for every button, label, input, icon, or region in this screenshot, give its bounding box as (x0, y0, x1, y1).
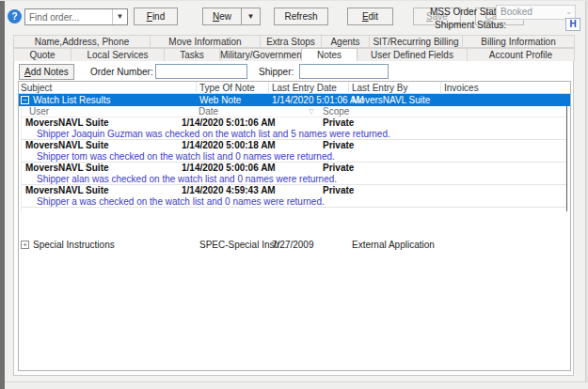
find-order-combobox[interactable]: ▼ (24, 8, 128, 25)
tab-sit-recurring-billing[interactable]: SIT/Recurring Billing (369, 35, 463, 48)
shipment-status-label: Shipment Status: (435, 20, 506, 30)
subcol-header-scope[interactable]: Scope (323, 106, 349, 117)
mss-order-status-select[interactable]: Booked ⌄ (496, 5, 576, 20)
new-dropdown-icon[interactable]: ▼ (242, 8, 261, 25)
entry-user: MoversNAVL Suite (25, 185, 109, 196)
chevron-down-icon: ⌄ (565, 6, 572, 19)
note-last-entry-date: 7/27/2009 (272, 239, 314, 251)
tab-user-defined-fields[interactable]: User Defined Fields (357, 48, 468, 61)
sort-descending-icon[interactable]: ▽ (309, 106, 313, 117)
collapse-icon[interactable]: − (21, 96, 29, 104)
note-entry-row[interactable]: MoversNAVL Suite 1/14/2020 4:59:43 AM Pr… (22, 185, 566, 196)
subcol-header-date[interactable]: Date (199, 106, 218, 117)
entry-user: MoversNAVL Suite (25, 140, 109, 151)
find-order-input[interactable] (27, 10, 112, 23)
entry-scope: Private (323, 163, 354, 174)
tab-extra-stops[interactable]: Extra Stops (260, 35, 322, 48)
edit-button[interactable]: Edit (347, 8, 393, 25)
subgrid-header-row: User Date ▽ Scope (22, 106, 566, 117)
entry-user: MoversNAVL Suite (25, 117, 109, 129)
combo-dropdown-icon[interactable]: ▼ (112, 9, 127, 24)
entry-date: 1/14/2020 5:01:06 AM (182, 117, 276, 129)
note-type: Web Note (199, 94, 241, 106)
entry-user: MoversNAVL Suite (25, 163, 109, 174)
note-entry-row[interactable]: MoversNAVL Suite 1/14/2020 5:01:06 AM Pr… (22, 117, 566, 129)
tab-strip: Name,Address, Phone Move Information Ext… (13, 35, 574, 61)
col-header-last-entry-date[interactable]: Last Entry Date (272, 82, 337, 94)
note-row-watch-list-results[interactable]: −Watch List Results Web Note 1/14/2020 5… (19, 94, 570, 106)
note-entry-text: Shipper Joaquin Guzman was checked on th… (22, 129, 566, 140)
note-last-entry-by: MoversNAVL Suite (352, 94, 430, 106)
note-subject: Watch List Results (33, 95, 110, 105)
window-bottom-edge (5, 381, 588, 389)
tab-row-1: Name,Address, Phone Move Information Ext… (13, 35, 574, 48)
application-window: ? ▼ Find New ▼ Refresh Edit Save Cancel … (0, 0, 588, 389)
col-header-last-entry-by[interactable]: Last Entry By (352, 82, 407, 94)
tab-account-profile[interactable]: Account Profile (467, 48, 575, 61)
find-button[interactable]: Find (134, 8, 178, 25)
note-last-entry-by: External Application (352, 239, 435, 251)
shipper-input[interactable] (299, 64, 389, 79)
entry-scope: Private (323, 117, 354, 129)
expand-icon[interactable]: + (21, 241, 29, 249)
order-number-input[interactable] (155, 64, 247, 79)
entry-date: 1/14/2020 5:00:18 AM (182, 140, 276, 151)
grid-empty-space (19, 211, 570, 239)
note-entry-text: Shipper alan was checked on the watch li… (22, 174, 566, 185)
tab-billing-information[interactable]: Billing Information (462, 35, 575, 48)
note-entry-row[interactable]: MoversNAVL Suite 1/14/2020 5:00:06 AM Pr… (22, 163, 566, 174)
history-button[interactable]: H (565, 18, 580, 31)
new-button[interactable]: New (202, 8, 242, 25)
col-header-type-of-note[interactable]: Type Of Note (199, 82, 255, 94)
note-subject: Special Instructions (33, 240, 115, 250)
tab-name-address-phone[interactable]: Name,Address, Phone (13, 35, 151, 48)
entry-date: 1/14/2020 5:00:06 AM (182, 163, 276, 174)
note-entry-row[interactable]: MoversNAVL Suite 1/14/2020 5:00:18 AM Pr… (22, 140, 566, 151)
tab-local-services[interactable]: Local Services (71, 48, 165, 61)
entry-scope: Private (323, 140, 354, 151)
tab-quote[interactable]: Quote (13, 48, 72, 61)
tab-row-2: Quote Local Services Tasks Military/Gove… (13, 48, 574, 61)
note-entry-text: Shipper tom was checked on the watch lis… (22, 151, 566, 163)
note-last-entry-date: 1/14/2020 5:01:06 AM (272, 94, 364, 106)
subcol-header-user[interactable]: User (29, 106, 49, 117)
grid-header-row: Subject Type Of Note Last Entry Date Las… (19, 82, 570, 94)
refresh-button[interactable]: Refresh (274, 8, 328, 25)
col-header-invoices[interactable]: Invoices (444, 82, 479, 94)
entry-date: 1/14/2020 4:59:43 AM (182, 185, 276, 196)
mss-order-status-value: Booked (501, 7, 532, 17)
col-header-subject[interactable]: Subject (21, 82, 52, 94)
tab-tasks[interactable]: Tasks (164, 48, 220, 61)
notes-grid: Subject Type Of Note Last Entry Date Las… (18, 81, 571, 371)
tab-notes[interactable]: Notes (301, 48, 358, 61)
note-row-special-instructions[interactable]: +Special Instructions SPEC-Special Instr… (19, 239, 570, 251)
help-icon[interactable]: ? (8, 9, 22, 23)
tab-agents[interactable]: Agents (321, 35, 370, 48)
tab-military-government[interactable]: Military/Government (219, 48, 302, 61)
notes-tab-page: Add Notes Order Number: Shipper: Subject… (13, 61, 574, 376)
order-number-label: Order Number: (90, 67, 153, 77)
tab-move-information[interactable]: Move Information (150, 35, 261, 48)
shipper-label: Shipper: (259, 67, 294, 77)
add-notes-button[interactable]: Add Notes (19, 64, 74, 80)
entry-scope: Private (323, 185, 354, 196)
note-entries-subgrid: User Date ▽ Scope MoversNAVL Suite 1/14/… (21, 106, 567, 211)
window-left-edge (0, 1, 5, 389)
note-entry-text: Shipper a was checked on the watch list … (22, 196, 566, 208)
